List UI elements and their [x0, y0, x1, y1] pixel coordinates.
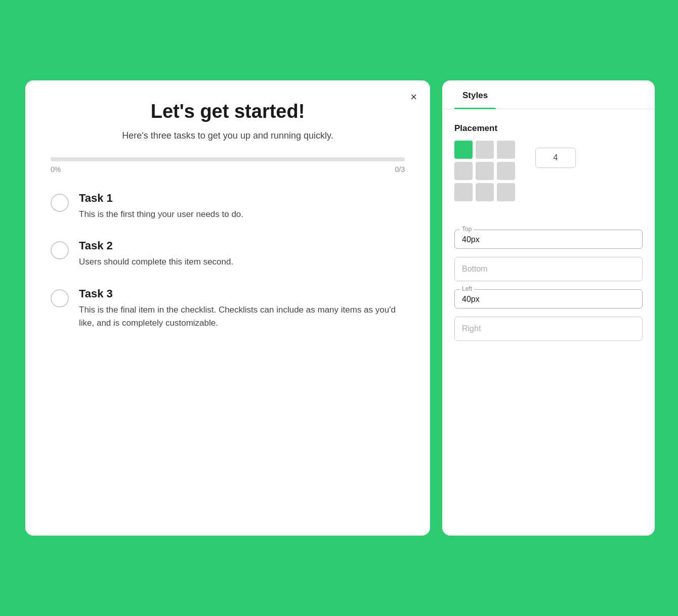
- progress-labels: 0% 0/3: [51, 165, 405, 173]
- task-2-description: Users should complete this item second.: [79, 255, 233, 269]
- left-field-group: Left: [454, 289, 643, 309]
- right-field-group: Right: [454, 317, 643, 341]
- task-3-content: Task 3 This is the final item in the che…: [79, 287, 405, 330]
- placement-grid: [454, 141, 515, 201]
- modal-title: Let's get started!: [51, 101, 405, 122]
- tab-styles[interactable]: Styles: [454, 80, 496, 109]
- progress-count: 0/3: [395, 165, 405, 173]
- placement-cell-1-1[interactable]: [476, 162, 494, 180]
- task-1-description: This is the first thing your user needs …: [79, 208, 243, 221]
- bottom-field[interactable]: Bottom: [454, 257, 643, 281]
- placement-cell-1-0[interactable]: [454, 162, 473, 180]
- left-field[interactable]: Left: [454, 289, 643, 309]
- task-1-title: Task 1: [79, 192, 243, 205]
- progress-percent: 0%: [51, 165, 61, 173]
- placement-label: Placement: [454, 123, 515, 134]
- task-2-title: Task 2: [79, 239, 233, 252]
- tabs-row: Styles: [442, 80, 655, 109]
- placement-cell-0-2[interactable]: [497, 141, 515, 159]
- task-3-title: Task 3: [79, 287, 405, 300]
- task-list: Task 1 This is the first thing your user…: [51, 192, 405, 330]
- top-field-group: Top: [454, 230, 643, 249]
- task-item: Task 1 This is the first thing your user…: [51, 192, 405, 221]
- panel-content: Placement 4: [442, 109, 655, 363]
- placement-cell-2-2[interactable]: [497, 183, 515, 201]
- progress-track: [51, 157, 405, 161]
- task-3-radio[interactable]: [51, 289, 69, 307]
- side-panel: Styles Placement: [442, 80, 655, 536]
- progress-bar-container: 0% 0/3: [51, 157, 405, 173]
- top-label: Top: [460, 226, 474, 233]
- modal-subtitle: Here's three tasks to get you up and run…: [51, 130, 405, 141]
- placement-cell-2-1[interactable]: [476, 183, 494, 201]
- task-2-content: Task 2 Users should complete this item s…: [79, 239, 233, 269]
- task-3-description: This is the final item in the checklist.…: [79, 303, 405, 330]
- task-1-radio[interactable]: [51, 194, 69, 212]
- top-field[interactable]: Top: [454, 230, 643, 249]
- placement-cell-0-1[interactable]: [476, 141, 494, 159]
- left-input[interactable]: [462, 295, 635, 304]
- placement-cell-0-0[interactable]: [454, 141, 473, 159]
- placement-cell-1-2[interactable]: [497, 162, 515, 180]
- task-item: Task 3 This is the final item in the che…: [51, 287, 405, 330]
- checklist-modal: × Let's get started! Here's three tasks …: [25, 80, 430, 536]
- left-label: Left: [460, 285, 474, 292]
- number-input[interactable]: 4: [535, 148, 576, 168]
- right-field[interactable]: Right: [454, 317, 643, 341]
- task-1-content: Task 1 This is the first thing your user…: [79, 192, 243, 221]
- task-item: Task 2 Users should complete this item s…: [51, 239, 405, 269]
- task-2-radio[interactable]: [51, 241, 69, 259]
- bottom-field-group: Bottom: [454, 257, 643, 281]
- placement-cell-2-0[interactable]: [454, 183, 473, 201]
- close-button[interactable]: ×: [410, 92, 417, 103]
- top-input[interactable]: [462, 235, 635, 244]
